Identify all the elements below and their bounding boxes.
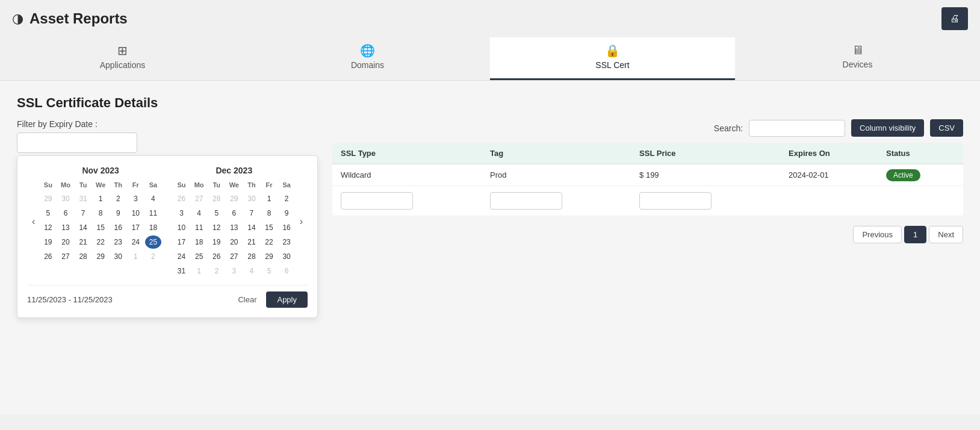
calendar-day[interactable]: 1 <box>93 192 109 205</box>
calendar-day[interactable]: 21 <box>75 235 91 249</box>
calendar-day[interactable]: 19 <box>40 235 56 249</box>
calendar-day[interactable]: 16 <box>110 221 126 234</box>
table-row: WildcardProd$ 1992024-02-01Active <box>332 164 963 186</box>
calendar-day[interactable]: 24 <box>128 235 144 249</box>
calendar-day[interactable]: 22 <box>261 235 277 249</box>
calendar-day[interactable]: 8 <box>261 207 277 220</box>
calendar-day[interactable]: 7 <box>75 207 91 220</box>
calendar-day[interactable]: 17 <box>173 235 190 249</box>
print-button[interactable]: 🖨 <box>941 7 968 30</box>
calendar-day[interactable]: 18 <box>191 235 207 249</box>
price-filter[interactable] <box>639 192 712 210</box>
calendar-day[interactable]: 11 <box>145 207 161 220</box>
calendar-day[interactable]: 1 <box>191 264 207 278</box>
calendar-day[interactable]: 12 <box>40 221 56 234</box>
calendar-day[interactable]: 30 <box>110 250 126 263</box>
calendar-day[interactable]: 14 <box>75 221 91 234</box>
calendar-day[interactable]: 22 <box>93 235 109 249</box>
calendar-day[interactable]: 30 <box>57 192 73 205</box>
calendar-day[interactable]: 30 <box>279 250 295 263</box>
calendar-day[interactable]: 12 <box>208 221 225 234</box>
calendar-day[interactable]: 5 <box>261 264 277 278</box>
tab-applications[interactable]: ⊞ Applications <box>0 37 245 80</box>
calendar-day[interactable]: 10 <box>128 207 144 220</box>
calendar-day[interactable]: 9 <box>110 207 126 220</box>
calendar-day[interactable]: 14 <box>243 221 259 234</box>
ssl-price-cell: $ 199 <box>631 164 780 186</box>
calendar-day[interactable]: 27 <box>191 192 207 205</box>
calendar-day[interactable]: 18 <box>145 221 161 234</box>
calendar-day[interactable]: 30 <box>243 192 259 205</box>
calendar-day[interactable]: 26 <box>173 192 190 205</box>
calendar-day[interactable]: 31 <box>75 192 91 205</box>
calendar-day[interactable]: 6 <box>57 207 73 220</box>
calendar-day[interactable]: 23 <box>110 235 126 249</box>
calendar-day[interactable]: 7 <box>243 207 259 220</box>
calendar-day[interactable]: 13 <box>226 221 242 234</box>
calendar-day[interactable]: 28 <box>208 192 225 205</box>
tab-devices[interactable]: 🖥 Devices <box>735 37 980 80</box>
calendar-day[interactable]: 27 <box>57 250 73 263</box>
calendar-next-button[interactable]: › <box>295 215 308 228</box>
calendar-day[interactable]: 6 <box>279 264 295 278</box>
calendar-day[interactable]: 20 <box>57 235 73 249</box>
calendar-day[interactable]: 29 <box>226 192 242 205</box>
calendar-day[interactable]: 25 <box>145 235 161 249</box>
calendar-day[interactable]: 26 <box>208 250 225 263</box>
column-visibility-button[interactable]: Column visibility <box>851 119 924 137</box>
calendar-day[interactable]: 31 <box>173 264 190 278</box>
calendar-day[interactable]: 16 <box>279 221 295 234</box>
calendar-day[interactable]: 25 <box>191 250 207 263</box>
calendar-day[interactable]: 8 <box>93 207 109 220</box>
next-button[interactable]: Next <box>929 226 963 243</box>
calendar-day[interactable]: 20 <box>226 235 242 249</box>
apply-button[interactable]: Apply <box>266 291 308 308</box>
calendar-day[interactable]: 3 <box>128 192 144 205</box>
tab-ssl-cert[interactable]: 🔒 SSL Cert <box>490 37 735 80</box>
calendar-day[interactable]: 28 <box>243 250 259 263</box>
calendar-day[interactable]: 6 <box>226 207 242 220</box>
calendar-day[interactable]: 29 <box>40 192 56 205</box>
calendar-day[interactable]: 11 <box>191 221 207 234</box>
calendar-day[interactable]: 10 <box>173 221 190 234</box>
calendar-day[interactable]: 3 <box>226 264 242 278</box>
calendar-day[interactable]: 5 <box>40 207 56 220</box>
page-1-button[interactable]: 1 <box>904 226 926 243</box>
calendar-prev-button[interactable]: ‹ <box>27 215 40 228</box>
calendar-day[interactable]: 26 <box>40 250 56 263</box>
clear-button[interactable]: Clear <box>233 291 261 308</box>
calendar-day[interactable]: 1 <box>261 192 277 205</box>
calendar-day[interactable]: 15 <box>261 221 277 234</box>
filter-cell-3 <box>631 186 780 216</box>
calendar-day[interactable]: 2 <box>279 192 295 205</box>
calendar-day[interactable]: 28 <box>75 250 91 263</box>
calendar-day[interactable]: 29 <box>261 250 277 263</box>
calendar-day[interactable]: 4 <box>191 207 207 220</box>
calendar-day[interactable]: 24 <box>173 250 190 263</box>
calendar-day[interactable]: 29 <box>93 250 109 263</box>
calendar-day[interactable]: 15 <box>93 221 109 234</box>
previous-button[interactable]: Previous <box>853 226 902 243</box>
calendar-day[interactable]: 19 <box>208 235 225 249</box>
calendar-day[interactable]: 5 <box>208 207 225 220</box>
date-input[interactable] <box>17 132 137 153</box>
calendar-day[interactable]: 1 <box>128 250 144 263</box>
calendar-day[interactable]: 4 <box>243 264 259 278</box>
calendar-day[interactable]: 21 <box>243 235 259 249</box>
calendar-day[interactable]: 27 <box>226 250 242 263</box>
data-table: SSL Type Tag SSL Price Expires On Status… <box>332 143 963 216</box>
calendar-day[interactable]: 2 <box>145 250 161 263</box>
calendar-day[interactable]: 17 <box>128 221 144 234</box>
calendar-day[interactable]: 2 <box>110 192 126 205</box>
csv-button[interactable]: CSV <box>930 119 963 137</box>
calendar-day[interactable]: 2 <box>208 264 225 278</box>
calendar-day[interactable]: 23 <box>279 235 295 249</box>
calendar-day[interactable]: 9 <box>279 207 295 220</box>
calendar-day[interactable]: 13 <box>57 221 73 234</box>
tag-filter[interactable] <box>490 192 562 210</box>
calendar-day[interactable]: 3 <box>173 207 190 220</box>
search-input[interactable] <box>749 120 845 137</box>
ssl-type-filter[interactable] <box>341 192 413 210</box>
tab-domains[interactable]: 🌐 Domains <box>245 37 490 80</box>
calendar-day[interactable]: 4 <box>145 192 161 205</box>
